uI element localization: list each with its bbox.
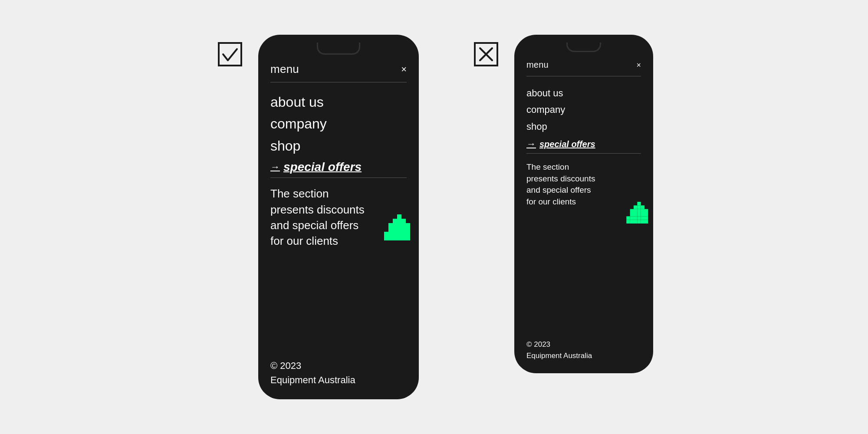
left-menu-title: menu	[270, 62, 299, 76]
left-desc-line3: and special offers	[270, 219, 358, 232]
svg-rect-36	[634, 213, 637, 216]
page-wrapper: menu × about us company shop → special o…	[0, 17, 868, 417]
left-desc-line1: The section	[270, 187, 329, 200]
right-desc-line1: The section	[526, 162, 569, 171]
right-phone: menu × about us company shop → special o…	[514, 35, 653, 373]
left-menu-header: menu ×	[270, 55, 407, 82]
svg-rect-3	[388, 232, 393, 236]
svg-rect-40	[637, 205, 641, 209]
right-footer-line2: Equipment Australia	[526, 352, 592, 360]
svg-rect-49	[641, 220, 644, 224]
svg-rect-37	[634, 216, 637, 220]
svg-rect-32	[630, 216, 634, 220]
svg-rect-16	[401, 219, 406, 223]
svg-rect-2	[388, 227, 393, 232]
svg-rect-48	[641, 216, 644, 220]
right-nav-shop[interactable]: shop	[526, 118, 641, 135]
right-notch	[566, 43, 601, 52]
left-cursor-icon	[380, 201, 419, 253]
right-cursor-icon	[623, 191, 653, 234]
right-footer: © 2023 Equipment Australia	[526, 326, 641, 361]
svg-rect-55	[626, 220, 630, 224]
right-cursor	[623, 191, 653, 234]
right-description: The section presents discounts and speci…	[526, 161, 641, 326]
checkmark-icon	[217, 41, 243, 67]
svg-rect-19	[401, 232, 406, 236]
svg-rect-30	[630, 209, 634, 213]
right-nav-special[interactable]: → special offers	[526, 135, 641, 154]
svg-rect-5	[393, 219, 397, 223]
left-desc-line4: for our clients	[270, 234, 338, 247]
svg-rect-47	[641, 213, 644, 216]
svg-rect-39	[637, 202, 641, 205]
svg-rect-25	[384, 232, 388, 236]
left-nav-special[interactable]: → special offers	[270, 157, 407, 178]
right-notch-area	[514, 35, 653, 52]
left-footer-line2: Equipment Australia	[270, 375, 355, 385]
svg-rect-1	[388, 223, 393, 227]
svg-rect-44	[637, 220, 641, 224]
svg-rect-0	[219, 43, 241, 66]
left-nav-items: about us company shop → special offers	[270, 91, 407, 178]
svg-rect-38	[634, 220, 637, 224]
svg-rect-35	[634, 209, 637, 213]
right-close-button[interactable]: ×	[636, 61, 641, 69]
right-special-arrow: →	[526, 138, 536, 150]
svg-rect-45	[641, 205, 644, 209]
right-desc-line2: presents discounts	[526, 174, 595, 183]
right-footer-text: © 2023 Equipment Australia	[526, 339, 641, 361]
left-notch-area	[258, 35, 419, 55]
right-menu-title: menu	[526, 60, 549, 70]
left-phone: menu × about us company shop → special o…	[258, 35, 419, 399]
svg-rect-10	[397, 214, 401, 219]
svg-rect-23	[406, 232, 410, 236]
right-nav-items: about us company shop → special offers	[526, 85, 641, 154]
svg-rect-15	[397, 236, 401, 240]
svg-rect-13	[397, 227, 401, 232]
svg-rect-20	[401, 236, 406, 240]
right-desc-line3: and special offers	[526, 185, 591, 194]
svg-rect-9	[393, 236, 397, 240]
left-footer-text: © 2023 Equipment Australia	[270, 358, 407, 387]
svg-rect-52	[644, 216, 648, 220]
svg-rect-14	[397, 232, 401, 236]
cross-icon-box	[471, 39, 501, 69]
svg-rect-21	[406, 223, 410, 227]
svg-rect-50	[644, 209, 648, 213]
svg-rect-7	[393, 227, 397, 232]
svg-rect-41	[637, 209, 641, 213]
left-footer-line1: © 2023	[270, 360, 301, 371]
left-notch	[317, 43, 360, 55]
right-special-label: special offers	[539, 139, 595, 149]
checkmark-icon-box	[215, 39, 245, 69]
svg-rect-6	[393, 223, 397, 227]
svg-rect-43	[637, 216, 641, 220]
svg-rect-24	[406, 236, 410, 240]
left-group: menu × about us company shop → special o…	[215, 35, 419, 399]
svg-rect-51	[644, 213, 648, 216]
svg-rect-34	[634, 205, 637, 209]
left-nav-shop[interactable]: shop	[270, 135, 407, 157]
left-special-arrow: →	[270, 161, 280, 173]
svg-rect-17	[401, 223, 406, 227]
svg-rect-53	[644, 220, 648, 224]
svg-rect-54	[626, 216, 630, 220]
left-nav-company[interactable]: company	[270, 113, 407, 135]
left-special-label: special offers	[283, 160, 362, 174]
left-footer: © 2023 Equipment Australia	[270, 345, 407, 387]
svg-rect-4	[388, 236, 393, 240]
svg-rect-31	[630, 213, 634, 216]
svg-rect-46	[641, 209, 644, 213]
right-nav-about[interactable]: about us	[526, 85, 641, 102]
svg-rect-42	[637, 213, 641, 216]
right-footer-line1: © 2023	[526, 340, 550, 349]
svg-rect-11	[397, 219, 401, 223]
svg-rect-33	[630, 220, 634, 224]
svg-rect-26	[384, 236, 388, 240]
right-desc-line4: for our clients	[526, 197, 576, 206]
right-nav-company[interactable]: company	[526, 102, 641, 118]
left-desc-line2: presents discounts	[270, 203, 365, 216]
left-nav-about[interactable]: about us	[270, 91, 407, 113]
left-close-button[interactable]: ×	[401, 65, 407, 74]
svg-rect-12	[397, 223, 401, 227]
